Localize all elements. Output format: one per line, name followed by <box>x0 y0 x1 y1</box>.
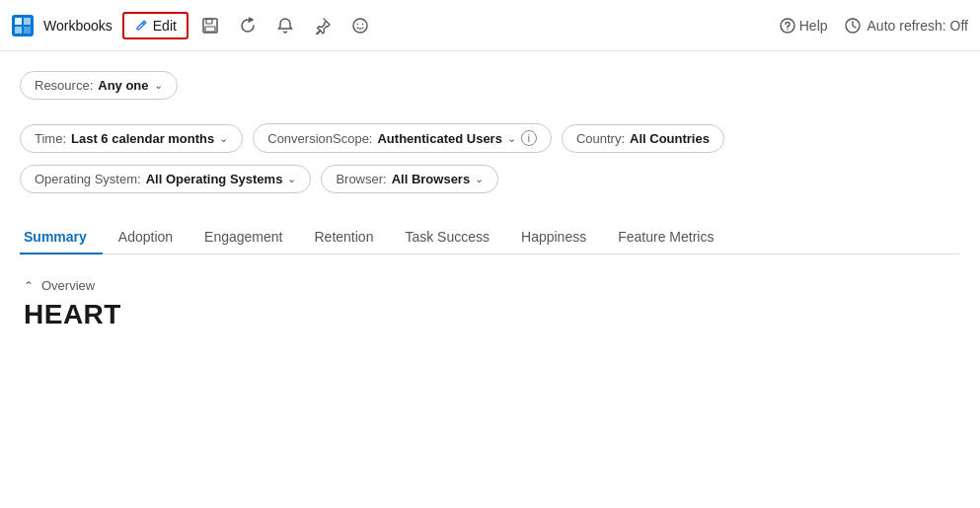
country-filter[interactable]: Country: All Countries <box>562 124 724 153</box>
save-icon <box>201 17 219 35</box>
time-value: Last 6 calendar months <box>71 131 214 146</box>
conversion-filter[interactable]: ConversionScope: Authenticated Users ⌄ i <box>253 123 552 153</box>
feedback-button[interactable] <box>344 10 376 41</box>
tab-feature-metrics[interactable]: Feature Metrics <box>602 221 729 254</box>
browser-chevron-icon: ⌄ <box>475 173 484 185</box>
overview-label: Overview <box>41 278 95 293</box>
tab-task-success[interactable]: Task Success <box>389 221 505 254</box>
svg-point-9 <box>357 23 359 25</box>
overview-toggle[interactable]: ⌃ Overview <box>24 278 956 293</box>
overview-section: ⌃ Overview HEART <box>20 278 960 330</box>
pin-icon <box>314 17 332 35</box>
svg-point-12 <box>787 29 788 30</box>
svg-rect-3 <box>15 27 22 34</box>
browser-value: All Browsers <box>392 172 470 186</box>
svg-rect-1 <box>15 18 22 25</box>
help-icon <box>780 18 795 34</box>
conversion-info-icon[interactable]: i <box>521 130 537 146</box>
resource-filter[interactable]: Resource: Any one ⌄ <box>20 71 178 100</box>
help-button[interactable]: Help <box>774 14 834 37</box>
resource-chevron-icon: ⌄ <box>154 79 163 92</box>
main-content: Resource: Any one ⌄ Time: Last 6 calenda… <box>0 51 980 330</box>
svg-rect-4 <box>24 27 31 34</box>
tab-bar: Summary Adoption Engagement Retention Ta… <box>20 221 960 254</box>
app-logo <box>12 15 34 36</box>
svg-rect-7 <box>205 27 215 32</box>
time-chevron-icon: ⌄ <box>219 132 228 145</box>
smiley-icon <box>351 17 369 35</box>
conversion-chevron-icon: ⌄ <box>507 132 516 145</box>
tab-happiness[interactable]: Happiness <box>505 221 602 254</box>
refresh-button[interactable] <box>232 10 264 41</box>
browser-filter[interactable]: Browser: All Browsers ⌄ <box>321 165 498 193</box>
overview-chevron-icon: ⌃ <box>24 279 34 293</box>
bell-icon <box>276 17 294 35</box>
tab-adoption[interactable]: Adoption <box>103 221 188 254</box>
os-filter[interactable]: Operating System: All Operating Systems … <box>20 165 311 193</box>
tab-engagement[interactable]: Engagement <box>188 221 298 254</box>
conversion-value: Authenticated Users <box>377 131 501 146</box>
edit-button[interactable]: Edit <box>122 12 188 39</box>
help-label: Help <box>799 18 828 34</box>
country-value: All Countries <box>630 131 710 146</box>
svg-point-10 <box>362 23 364 25</box>
edit-icon <box>134 19 148 33</box>
filter-row-2: Time: Last 6 calendar months ⌄ Conversio… <box>20 123 960 153</box>
refresh-icon <box>239 17 257 35</box>
time-filter[interactable]: Time: Last 6 calendar months ⌄ <box>20 124 243 153</box>
filter-row-3: Operating System: All Operating Systems … <box>20 165 960 193</box>
time-label: Time: <box>35 131 66 146</box>
tab-retention[interactable]: Retention <box>299 221 390 254</box>
edit-label: Edit <box>153 18 177 34</box>
os-value: All Operating Systems <box>146 172 283 186</box>
resource-value: Any one <box>98 78 148 93</box>
browser-label: Browser: <box>336 172 386 186</box>
auto-refresh-label: Auto refresh: Off <box>867 18 968 34</box>
resource-filter-row: Resource: Any one ⌄ <box>20 71 960 100</box>
resource-label: Resource: <box>35 78 93 93</box>
os-label: Operating System: <box>35 172 141 186</box>
auto-refresh-control[interactable]: Auto refresh: Off <box>844 17 968 35</box>
notifications-button[interactable] <box>269 10 301 41</box>
conversion-label: ConversionScope: <box>267 131 372 146</box>
tab-summary[interactable]: Summary <box>20 221 103 254</box>
workbooks-label: Workbooks <box>43 18 113 34</box>
svg-rect-2 <box>24 18 31 25</box>
country-label: Country: <box>576 131 625 146</box>
svg-point-8 <box>353 19 367 33</box>
os-chevron-icon: ⌄ <box>287 173 296 185</box>
auto-refresh-icon <box>844 17 862 35</box>
toolbar: Workbooks Edit <box>0 0 980 51</box>
pin-button[interactable] <box>307 10 339 41</box>
heart-title: HEART <box>24 299 956 330</box>
save-button[interactable] <box>194 10 226 41</box>
